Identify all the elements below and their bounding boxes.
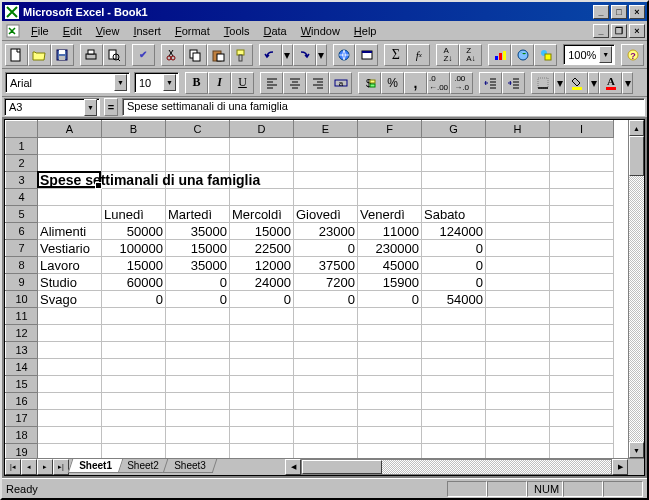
cell-E5[interactable]: Giovedì <box>294 206 358 223</box>
cell-D18[interactable] <box>230 427 294 444</box>
cell-D13[interactable] <box>230 342 294 359</box>
undo-dropdown[interactable]: ▾ <box>282 44 293 66</box>
cell-G5[interactable]: Sabato <box>422 206 486 223</box>
cell-C13[interactable] <box>166 342 230 359</box>
cell-A3[interactable]: Spese settimanali di una famiglia <box>38 172 102 189</box>
row-header-5[interactable]: 5 <box>6 206 38 223</box>
function-button[interactable]: fx <box>407 44 430 66</box>
cell-D2[interactable] <box>230 155 294 172</box>
help-button[interactable]: ? <box>621 44 644 66</box>
cell-C18[interactable] <box>166 427 230 444</box>
cell-C7[interactable]: 15000 <box>166 240 230 257</box>
chevron-down-icon[interactable]: ▼ <box>163 74 176 91</box>
scroll-thumb[interactable] <box>302 460 382 474</box>
cell-G12[interactable] <box>422 325 486 342</box>
cell-I17[interactable] <box>550 410 614 427</box>
cell-D1[interactable] <box>230 138 294 155</box>
cell-I13[interactable] <box>550 342 614 359</box>
cell-G6[interactable]: 124000 <box>422 223 486 240</box>
sort-desc-button[interactable]: ZA↓ <box>459 44 482 66</box>
cell-H6[interactable] <box>486 223 550 240</box>
cell-F17[interactable] <box>358 410 422 427</box>
cell-F19[interactable] <box>358 444 422 459</box>
chevron-down-icon[interactable]: ▼ <box>84 99 97 116</box>
cell-G8[interactable]: 0 <box>422 257 486 274</box>
cell-A6[interactable]: Alimenti <box>38 223 102 240</box>
cell-B10[interactable]: 0 <box>102 291 166 308</box>
mdi-restore-button[interactable]: ❐ <box>611 24 627 38</box>
cell-H8[interactable] <box>486 257 550 274</box>
workbook-icon[interactable] <box>6 23 22 39</box>
cell-D12[interactable] <box>230 325 294 342</box>
cell-C10[interactable]: 0 <box>166 291 230 308</box>
row-header-9[interactable]: 9 <box>6 274 38 291</box>
align-center-button[interactable] <box>283 72 306 94</box>
row-header-2[interactable]: 2 <box>6 155 38 172</box>
cell-E10[interactable]: 0 <box>294 291 358 308</box>
cell-C11[interactable] <box>166 308 230 325</box>
new-button[interactable] <box>5 44 28 66</box>
cell-D6[interactable]: 15000 <box>230 223 294 240</box>
cell-I14[interactable] <box>550 359 614 376</box>
cell-C5[interactable]: Martedì <box>166 206 230 223</box>
web-toolbar-button[interactable] <box>355 44 378 66</box>
cell-C14[interactable] <box>166 359 230 376</box>
sort-asc-button[interactable]: AZ↓ <box>436 44 459 66</box>
sheet-tab-sheet3[interactable]: Sheet3 <box>162 459 216 473</box>
cell-A5[interactable] <box>38 206 102 223</box>
drawing-button[interactable] <box>534 44 557 66</box>
menu-view[interactable]: View <box>89 23 127 39</box>
cell-F10[interactable]: 0 <box>358 291 422 308</box>
row-header-19[interactable]: 19 <box>6 444 38 459</box>
zoom-combo[interactable]: 100%▼ <box>563 44 615 65</box>
cell-E18[interactable] <box>294 427 358 444</box>
increase-decimal-button[interactable]: .0←.00 <box>427 72 450 94</box>
cell-B19[interactable] <box>102 444 166 459</box>
cell-A1[interactable] <box>38 138 102 155</box>
cell-B14[interactable] <box>102 359 166 376</box>
cell-B9[interactable]: 60000 <box>102 274 166 291</box>
cell-B5[interactable]: Lunedì <box>102 206 166 223</box>
cell-F9[interactable]: 15900 <box>358 274 422 291</box>
row-header-14[interactable]: 14 <box>6 359 38 376</box>
cell-H1[interactable] <box>486 138 550 155</box>
col-header-G[interactable]: G <box>422 121 486 138</box>
font-color-button[interactable]: A <box>599 72 622 94</box>
cell-E6[interactable]: 23000 <box>294 223 358 240</box>
cell-G1[interactable] <box>422 138 486 155</box>
print-preview-button[interactable] <box>103 44 126 66</box>
cell-F18[interactable] <box>358 427 422 444</box>
scroll-thumb[interactable] <box>629 136 644 176</box>
cell-E3[interactable] <box>294 172 358 189</box>
cell-F8[interactable]: 45000 <box>358 257 422 274</box>
cell-B8[interactable]: 15000 <box>102 257 166 274</box>
undo-button[interactable] <box>259 44 282 66</box>
cell-F2[interactable] <box>358 155 422 172</box>
cell-B18[interactable] <box>102 427 166 444</box>
cell-D5[interactable]: Mercoldì <box>230 206 294 223</box>
row-header-7[interactable]: 7 <box>6 240 38 257</box>
col-header-A[interactable]: A <box>38 121 102 138</box>
cell-C9[interactable]: 0 <box>166 274 230 291</box>
menu-file[interactable]: File <box>24 23 56 39</box>
cell-A15[interactable] <box>38 376 102 393</box>
col-header-E[interactable]: E <box>294 121 358 138</box>
name-box[interactable]: A3▼ <box>4 98 100 116</box>
cell-I3[interactable] <box>550 172 614 189</box>
cell-G19[interactable] <box>422 444 486 459</box>
cell-H18[interactable] <box>486 427 550 444</box>
cell-B6[interactable]: 50000 <box>102 223 166 240</box>
cell-H12[interactable] <box>486 325 550 342</box>
cell-F1[interactable] <box>358 138 422 155</box>
cell-C16[interactable] <box>166 393 230 410</box>
cell-G3[interactable] <box>422 172 486 189</box>
cell-A9[interactable]: Studio <box>38 274 102 291</box>
increase-indent-button[interactable] <box>502 72 525 94</box>
align-right-button[interactable] <box>306 72 329 94</box>
cell-G16[interactable] <box>422 393 486 410</box>
fill-dropdown[interactable]: ▾ <box>588 72 599 94</box>
cell-G2[interactable] <box>422 155 486 172</box>
redo-dropdown[interactable]: ▾ <box>316 44 327 66</box>
tab-next-button[interactable]: ▸ <box>37 459 53 475</box>
chart-button[interactable] <box>488 44 511 66</box>
